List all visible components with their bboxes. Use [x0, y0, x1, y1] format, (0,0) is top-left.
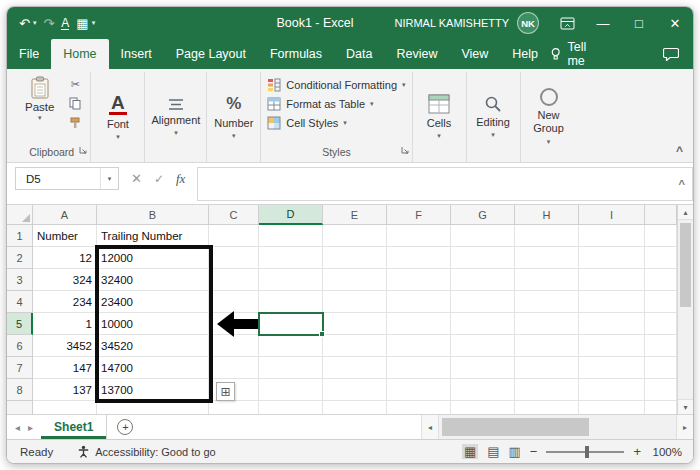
- scroll-up-button[interactable]: ▴: [678, 205, 693, 220]
- cell-E7[interactable]: [323, 357, 387, 379]
- collapse-formula-bar-button[interactable]: ^: [679, 178, 685, 190]
- column-header-G[interactable]: G: [451, 205, 515, 225]
- minimize-button[interactable]: —: [585, 7, 621, 39]
- undo-button[interactable]: ↶: [19, 16, 30, 31]
- column-header-H[interactable]: H: [515, 205, 579, 225]
- cell-I2[interactable]: [579, 247, 645, 269]
- cell-I3[interactable]: [579, 269, 645, 291]
- cut-button[interactable]: ✂: [66, 77, 84, 92]
- tab-file[interactable]: File: [7, 39, 51, 69]
- cell-E2[interactable]: [323, 247, 387, 269]
- name-box[interactable]: D5 ▾: [15, 167, 119, 190]
- cancel-entry-button[interactable]: ✕: [131, 171, 142, 186]
- cell-I1[interactable]: [579, 225, 645, 247]
- format-painter-button[interactable]: [66, 115, 84, 130]
- cell-D6[interactable]: [259, 335, 323, 357]
- tab-data[interactable]: Data: [334, 39, 384, 69]
- page-layout-view-button[interactable]: ▤: [487, 445, 499, 458]
- cell-E8[interactable]: [323, 379, 387, 401]
- cell-A6[interactable]: 3452: [33, 335, 97, 357]
- cell-E3[interactable]: [323, 269, 387, 291]
- cell-F1[interactable]: [387, 225, 451, 247]
- select-all-corner[interactable]: [7, 205, 33, 225]
- tab-home[interactable]: Home: [51, 39, 108, 69]
- cell-C1[interactable]: [209, 225, 259, 247]
- tab-formulas[interactable]: Formulas: [258, 39, 334, 69]
- cell-G6[interactable]: [451, 335, 515, 357]
- cell-I6[interactable]: [579, 335, 645, 357]
- cell-D1[interactable]: [259, 225, 323, 247]
- collapse-ribbon-button[interactable]: ^: [676, 144, 683, 158]
- cell-F2[interactable]: [387, 247, 451, 269]
- cell-I5[interactable]: [579, 313, 645, 335]
- cell-H1[interactable]: [515, 225, 579, 247]
- vertical-scroll-thumb[interactable]: [680, 223, 691, 307]
- cell-A2[interactable]: 12: [33, 247, 97, 269]
- accessibility-status-button[interactable]: Accessibility: Good to go: [77, 445, 215, 458]
- row-header-3[interactable]: 3: [7, 269, 33, 291]
- paste-button[interactable]: Paste ▾: [19, 74, 60, 130]
- cell-H7[interactable]: [515, 357, 579, 379]
- cell-F3[interactable]: [387, 269, 451, 291]
- maximize-button[interactable]: □: [621, 7, 657, 39]
- formula-input[interactable]: ^: [197, 167, 693, 201]
- cell-F7[interactable]: [387, 357, 451, 379]
- column-header-A[interactable]: A: [33, 205, 97, 225]
- number-group-button[interactable]: % Number ▾: [207, 72, 261, 162]
- cell-E1[interactable]: [323, 225, 387, 247]
- editing-group-button[interactable]: Editing ▾: [467, 72, 521, 162]
- cell-F8[interactable]: [387, 379, 451, 401]
- cell-H5[interactable]: [515, 313, 579, 335]
- row-header-8[interactable]: 8: [7, 379, 33, 401]
- cell-A4[interactable]: 234: [33, 291, 97, 313]
- column-header-D[interactable]: D: [259, 205, 323, 225]
- ribbon-display-options-button[interactable]: [549, 7, 585, 39]
- borders-button[interactable]: ▦: [76, 16, 88, 31]
- enter-entry-button[interactable]: ✓: [154, 172, 164, 186]
- horizontal-scrollbar[interactable]: ◂ ▸: [421, 415, 693, 439]
- zoom-in-button[interactable]: +: [633, 444, 641, 459]
- row-header-5[interactable]: 5: [7, 313, 33, 335]
- row-header-6[interactable]: 6: [7, 335, 33, 357]
- row-header-2[interactable]: 2: [7, 247, 33, 269]
- column-header-C[interactable]: C: [209, 205, 259, 225]
- column-header-B[interactable]: B: [97, 205, 209, 225]
- cell-G2[interactable]: [451, 247, 515, 269]
- row-header-1[interactable]: 1: [7, 225, 33, 247]
- cell-I4[interactable]: [579, 291, 645, 313]
- zoom-slider[interactable]: [546, 451, 624, 453]
- underline-button[interactable]: A: [61, 17, 69, 30]
- cell-G5[interactable]: [451, 313, 515, 335]
- avatar[interactable]: NK: [517, 12, 539, 34]
- page-break-view-button[interactable]: ▥: [509, 445, 521, 458]
- styles-item-conditional-formatting[interactable]: Conditional Formatting▾: [267, 76, 405, 93]
- cell-E6[interactable]: [323, 335, 387, 357]
- cell-G4[interactable]: [451, 291, 515, 313]
- close-button[interactable]: ✕: [657, 7, 693, 39]
- cell-A3[interactable]: 324: [33, 269, 97, 291]
- cell-I7[interactable]: [579, 357, 645, 379]
- cell-B1[interactable]: Trailing Number: [97, 225, 209, 247]
- sheet-tab-sheet1[interactable]: Sheet1: [41, 415, 107, 439]
- row-header-4[interactable]: 4: [7, 291, 33, 313]
- column-header-F[interactable]: F: [387, 205, 451, 225]
- tab-page-layout[interactable]: Page Layout: [164, 39, 258, 69]
- cell-C2[interactable]: [209, 247, 259, 269]
- cell-I8[interactable]: [579, 379, 645, 401]
- cell-D5[interactable]: [259, 313, 323, 335]
- horizontal-scroll-thumb[interactable]: [442, 418, 589, 436]
- cells-group-button[interactable]: Cells ▾: [413, 72, 467, 162]
- cell-G8[interactable]: [451, 379, 515, 401]
- redo-button[interactable]: ↷: [43, 16, 54, 31]
- cell-G7[interactable]: [451, 357, 515, 379]
- cell-C6[interactable]: [209, 335, 259, 357]
- cell-A7[interactable]: 147: [33, 357, 97, 379]
- cell-A1[interactable]: Number: [33, 225, 97, 247]
- alignment-group-button[interactable]: Alignment ▾: [145, 72, 207, 162]
- cell-F5[interactable]: [387, 313, 451, 335]
- styles-dialog-launcher[interactable]: [401, 140, 409, 158]
- cell-G3[interactable]: [451, 269, 515, 291]
- styles-item-cell-styles[interactable]: Cell Styles▾: [267, 114, 405, 131]
- zoom-out-button[interactable]: −: [530, 444, 538, 459]
- new-group-button[interactable]: New Group ▾: [521, 72, 577, 162]
